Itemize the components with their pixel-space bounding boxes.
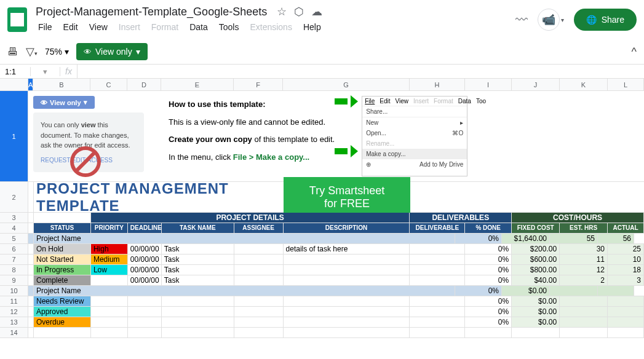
row-header[interactable]: 7 — [0, 254, 28, 264]
chevron-down-icon: ▾ — [65, 47, 69, 57]
chevron-down-icon[interactable]: ▾ — [561, 17, 564, 23]
row-header[interactable]: 8 — [0, 265, 28, 275]
prohibit-icon — [70, 146, 101, 177]
table-row: 7Not StartedMedium00/00/00Task0%$600.001… — [0, 254, 644, 265]
history-icon[interactable]: 〰 — [515, 13, 528, 27]
row-header[interactable]: 5 — [0, 234, 28, 243]
fx-label: fx — [60, 66, 77, 76]
toolbar: 🖶 ▽▾ 75% ▾ View only ▾ ^ — [0, 39, 644, 64]
name-box[interactable]: 1:1 — [0, 67, 31, 76]
document-title[interactable]: Project-Management-Template_Google-Sheet… — [33, 4, 269, 19]
col-header[interactable]: I — [465, 79, 512, 90]
col-header[interactable]: K — [560, 79, 608, 90]
info-box: You can only view this document. To make… — [33, 112, 144, 172]
name-box-chevron[interactable]: ▾ — [31, 67, 60, 76]
col-header[interactable]: C — [90, 79, 127, 90]
title-icons: ☆ ⬡ ☁ — [277, 5, 322, 18]
menu-bar: File Edit View Insert Format Data Tools … — [33, 20, 509, 34]
menu-format: Format — [146, 20, 183, 34]
formula-bar: 1:1 ▾ fx — [0, 64, 644, 79]
expand-icon[interactable]: ^ — [632, 45, 637, 58]
row-header[interactable]: 11 — [0, 296, 28, 306]
table-row: 13Overdue0%$0.00 — [0, 317, 644, 328]
menu-edit[interactable]: Edit — [58, 20, 83, 34]
file-menu-illustration: FileEditViewInsertFormatDataToo Share...… — [362, 96, 467, 176]
spreadsheet-grid[interactable]: ABCDEFGHIJKL 1 👁 View only ▾ You can onl… — [0, 79, 644, 338]
print-icon[interactable]: 🖶 — [7, 45, 18, 58]
row-header[interactable]: 10 — [0, 286, 28, 296]
title-area: Project-Management-Template_Google-Sheet… — [33, 5, 509, 34]
row-header[interactable]: 3 — [0, 213, 28, 223]
col-header[interactable]: L — [608, 79, 644, 90]
col-header[interactable]: H — [410, 79, 465, 90]
col-header[interactable]: A — [28, 79, 33, 90]
row-header[interactable]: 6 — [0, 244, 28, 254]
row-1: 1 👁 View only ▾ You can only view this d… — [0, 91, 644, 182]
row-header[interactable]: 14 — [0, 328, 28, 337]
table-row: 14 — [0, 328, 644, 338]
row-header[interactable]: 9 — [0, 275, 28, 285]
section-header: DELIVERABLES — [410, 213, 512, 223]
table-row: 10Project Name0%$0.00 — [0, 286, 644, 296]
table-row: 8In ProgressLow00/00/00Task0%$800.001218 — [0, 265, 644, 275]
try-smartsheet-button[interactable]: Try Smartsheet for FREE — [284, 177, 410, 218]
col-header[interactable]: D — [127, 79, 161, 90]
star-icon[interactable]: ☆ — [277, 5, 287, 18]
menu-tools[interactable]: Tools — [214, 20, 244, 34]
row-3: 3 PROJECT DETAILS DELIVERABLES COST/HOUR… — [0, 213, 644, 223]
menu-data[interactable]: Data — [185, 20, 213, 34]
view-only-badge: 👁 View only ▾ — [33, 96, 95, 109]
menu-extensions: Extensions — [245, 20, 296, 34]
share-button[interactable]: 🌐Share — [574, 9, 637, 31]
col-header[interactable]: E — [161, 79, 234, 90]
table-row: 6On HoldHigh00/00/00Taskdetails of task … — [0, 244, 644, 254]
table-row: 11Needs Review0%$0.00 — [0, 296, 644, 307]
arrow-icon — [335, 98, 353, 105]
arrow-icon — [335, 148, 353, 154]
row-header[interactable]: 2 — [0, 182, 28, 212]
section-header: COST/HOURS — [512, 213, 644, 223]
row-header[interactable]: 13 — [0, 317, 28, 327]
table-row: 9Complete00/00/00Task0%$40.0023 — [0, 275, 644, 286]
filter-icon[interactable]: ▽▾ — [26, 45, 38, 58]
row-header[interactable]: 4 — [0, 223, 28, 233]
meet-icon[interactable]: 📹 — [538, 9, 560, 31]
header-right: 〰 📹 ▾ 🌐Share — [515, 9, 637, 31]
col-header[interactable]: B — [33, 79, 90, 90]
zoom-dropdown[interactable]: 75% ▾ — [45, 47, 69, 57]
sheets-logo-icon[interactable] — [7, 7, 27, 32]
select-all-corner[interactable] — [0, 79, 28, 90]
app-header: Project-Management-Template_Google-Sheet… — [0, 0, 644, 39]
col-header[interactable]: J — [512, 79, 560, 90]
section-header: PROJECT DETAILS — [91, 213, 410, 223]
col-header[interactable]: F — [234, 79, 283, 90]
table-row: 12Approved0%$0.00 — [0, 307, 644, 317]
table-row: 5Project Name0%$1,640.005556 — [0, 234, 644, 244]
row-header[interactable]: 12 — [0, 307, 28, 317]
globe-icon: 🌐 — [586, 15, 597, 25]
row-header[interactable]: 1 — [0, 91, 28, 181]
cloud-icon[interactable]: ☁ — [311, 5, 322, 18]
menu-file[interactable]: File — [33, 20, 57, 34]
chevron-down-icon: ▾ — [136, 47, 140, 57]
col-header[interactable]: G — [283, 79, 410, 90]
template-title: PROJECT MANAGEMENT TEMPLATE — [34, 180, 284, 215]
row-2: 2 PROJECT MANAGEMENT TEMPLATE Try Smarts… — [0, 182, 644, 213]
menu-view[interactable]: View — [84, 20, 113, 34]
view-only-button[interactable]: View only ▾ — [76, 43, 148, 60]
column-headers: ABCDEFGHIJKL — [0, 79, 644, 91]
row-4: 4 STATUS PRIORITY DEADLINE TASK NAME ASS… — [0, 223, 644, 234]
instructions-text: How to use this template: This is a view… — [169, 96, 335, 176]
menu-insert: Insert — [114, 20, 145, 34]
menu-help[interactable]: Help — [298, 20, 326, 34]
move-icon[interactable]: ⬡ — [294, 5, 304, 18]
